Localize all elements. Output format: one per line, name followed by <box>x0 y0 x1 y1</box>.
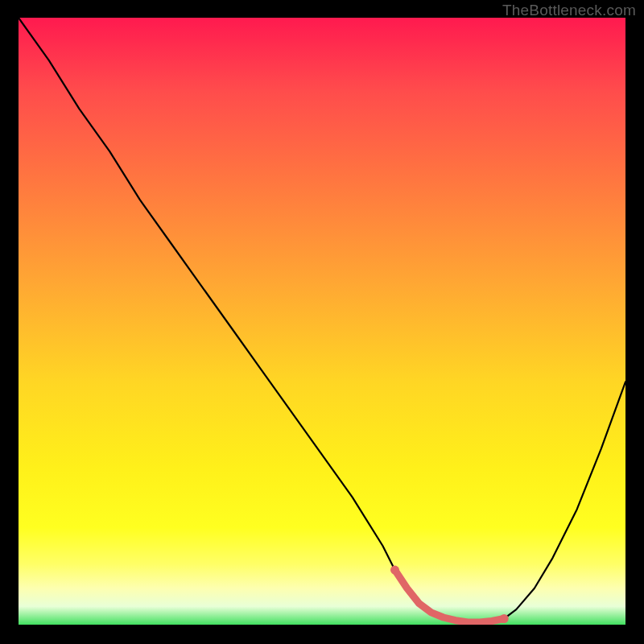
watermark-text: TheBottleneck.com <box>502 2 636 19</box>
bottleneck-curve-line <box>19 18 625 622</box>
marker-end-dot <box>390 566 399 575</box>
marker-end-dot <box>500 614 509 623</box>
chart-plot-area <box>19 18 625 625</box>
optimal-region-marker <box>395 570 505 622</box>
chart-svg <box>19 18 625 625</box>
